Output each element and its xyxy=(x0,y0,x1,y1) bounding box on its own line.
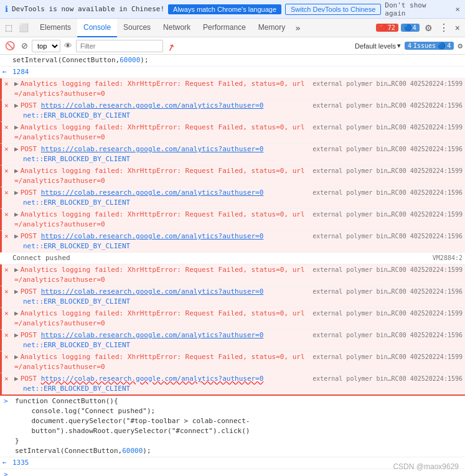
console-error-line: ✕ ▶POST https://colab.research.google.co… xyxy=(0,100,465,122)
issues-count: 4 xyxy=(408,42,411,49)
console-error-line: ✕ ▶Analytics logging failed: XhrHttpErro… xyxy=(0,308,465,330)
line-text: ▶POST https://colab.research.google.com/… xyxy=(14,374,308,394)
tab-network[interactable]: Network xyxy=(157,19,197,37)
tab-sources[interactable]: Sources xyxy=(117,19,157,37)
switch-devtools-button[interactable]: Switch DevTools to Chinese xyxy=(285,4,381,15)
error-count: 72 xyxy=(388,24,395,31)
chevron-down-icon: ▾ xyxy=(397,42,401,50)
filter-input[interactable] xyxy=(76,40,163,52)
line-text: ▶Analytics logging failed: XhrHttpError:… xyxy=(14,166,308,186)
console-error-line: ✕ ▶Analytics logging failed: XhrHttpErro… xyxy=(0,122,465,144)
console-error-line: ✕ ▶POST https://colab.research.google.co… xyxy=(0,373,465,396)
more-options-button[interactable]: ⋮ xyxy=(438,21,450,35)
tab-memory[interactable]: Memory xyxy=(252,19,291,37)
console-line: ← 1284 xyxy=(0,67,465,78)
prompt-icon: > xyxy=(4,396,8,406)
line-text: ▶POST https://colab.research.google.com/… xyxy=(14,287,308,307)
info-text: DevTools is now available in Chinese! xyxy=(12,5,164,13)
line-text: ▶POST https://colab.research.google.com/… xyxy=(14,144,308,164)
eye-button[interactable]: 👁 xyxy=(62,40,75,52)
context-selector[interactable]: top xyxy=(32,40,60,52)
close-infobar-button[interactable]: × xyxy=(455,4,460,14)
console-error-line: ✕ ▶POST https://colab.research.google.co… xyxy=(0,330,465,352)
error-icon: ✕ xyxy=(4,210,9,220)
line-text: setInterval(ConnectButton,60000); xyxy=(12,55,463,65)
console-error-line: ✕ ▶POST https://colab.research.google.co… xyxy=(0,286,465,308)
tab-performance[interactable]: Performance xyxy=(197,19,252,37)
warning-count: 4 xyxy=(413,24,416,31)
arrow-indicator: ↗ xyxy=(164,37,177,54)
line-source: VM2884:2 xyxy=(428,253,463,263)
prompt-icon: > xyxy=(4,470,8,476)
console-settings-button[interactable]: ⚙ xyxy=(458,41,463,50)
line-source: external polymer bin…RC00 402520224:1599 xyxy=(308,309,463,319)
line-source: external polymer bin…RC00 402520224:1596 xyxy=(308,374,463,384)
warning-count-badge: 🔵 4 xyxy=(401,24,420,32)
line-text: 1284 xyxy=(12,67,463,77)
console-toolbar: 🚫 ⊘ top 👁 ↗ Default levels ▾ 4 Issues 🔵 … xyxy=(0,37,465,55)
clear-console-button[interactable]: 🚫 xyxy=(2,40,17,52)
tab-elements[interactable]: Elements xyxy=(34,19,77,37)
line-text: ▶Analytics logging failed: XhrHttpError:… xyxy=(14,210,308,230)
line-text: ▶POST https://colab.research.google.com/… xyxy=(14,330,308,350)
function-code: function ConnectButton(){ console.log("C… xyxy=(15,397,250,455)
watermark: CSDN @maox9629 xyxy=(393,462,459,471)
tab-more-button[interactable]: » xyxy=(291,21,304,35)
line-source: external polymer bin…RC00 402520224:1599 xyxy=(308,79,463,89)
line-text: ▶Analytics logging failed: XhrHttpError:… xyxy=(14,265,308,285)
error-icon: 🔴 xyxy=(379,24,387,31)
issues-icon: 🔵 xyxy=(438,42,445,49)
match-language-button[interactable]: Always match Chrome's language xyxy=(168,4,281,14)
error-icon: ✕ xyxy=(4,144,9,154)
line-text: ▶Analytics logging failed: XhrHttpError:… xyxy=(14,79,308,99)
settings-gear-button[interactable]: ⚙ xyxy=(422,22,435,34)
line-source: external polymer bin…RC00 402520224:1599 xyxy=(308,123,463,133)
tab-bar: ⬚ ⬜ Elements Console Sources Network Per… xyxy=(0,19,465,37)
return-arrow: ← xyxy=(2,67,7,77)
error-icon: ✕ xyxy=(4,287,9,297)
warning-icon: 🔵 xyxy=(404,24,411,31)
error-icon: ✕ xyxy=(4,101,9,111)
console-error-line: ✕ ▶POST https://colab.research.google.co… xyxy=(0,231,465,253)
error-icon: ✕ xyxy=(4,123,9,133)
console-error-line: ✕ ▶Analytics logging failed: XhrHttpErro… xyxy=(0,264,465,286)
console-filter-button[interactable]: ⊘ xyxy=(19,40,31,52)
line-source: external polymer bin…RC00 402520224:1596 xyxy=(308,101,463,111)
console-error-line: ✕ ▶Analytics logging failed: XhrHttpErro… xyxy=(0,352,465,373)
line-text: Connect pushed xyxy=(12,253,428,263)
line-source: external polymer bin…RC00 402520224:1596 xyxy=(308,188,463,198)
error-count-badge: 🔴 72 xyxy=(376,24,398,32)
line-text: ▶POST https://colab.research.google.com/… xyxy=(14,188,308,208)
error-icon: ✕ xyxy=(4,374,9,384)
error-icon: ✕ xyxy=(4,231,9,241)
error-icon: ✕ xyxy=(4,166,9,176)
tab-console[interactable]: Console xyxy=(77,19,117,37)
error-icon: ✕ xyxy=(4,79,9,89)
issues-count2: 4 xyxy=(447,42,451,49)
inspect-element-button[interactable]: ⬚ xyxy=(2,22,15,34)
close-devtools-button[interactable]: × xyxy=(453,22,463,34)
console-error-line: ✕ ▶POST https://colab.research.google.co… xyxy=(0,187,465,209)
line-text: ▶Analytics logging failed: XhrHttpError:… xyxy=(14,352,308,372)
line-source: external polymer bin…RC00 402520224:1596 xyxy=(308,231,463,241)
line-source: external polymer bin…RC00 402520224:1599 xyxy=(308,210,463,220)
default-levels-button[interactable]: Default levels ▾ xyxy=(355,42,401,50)
console-output[interactable]: setInterval(ConnectButton,60000); ← 1284… xyxy=(0,55,465,476)
line-text: ▶POST https://colab.research.google.com/… xyxy=(14,101,308,121)
console-error-line: ✕ ▶POST https://colab.research.google.co… xyxy=(0,144,465,166)
console-function-line: > function ConnectButton(){ console.log(… xyxy=(0,396,465,457)
device-toggle-button[interactable]: ⬜ xyxy=(16,22,31,34)
issues-badge: 4 Issues 🔵 4 xyxy=(405,42,454,50)
line-text: ▶Analytics logging failed: XhrHttpError:… xyxy=(14,123,308,142)
console-info-line: Connect pushed VM2884:2 xyxy=(0,253,465,264)
console-line: setInterval(ConnectButton,60000); xyxy=(0,55,465,67)
line-source: external polymer bin…RC00 402520224:1596 xyxy=(308,330,463,340)
line-source: external polymer bin…RC00 402520224:1596 xyxy=(308,144,463,154)
error-icon: ✕ xyxy=(4,330,9,340)
dont-show-again[interactable]: Don't show again xyxy=(385,1,449,17)
info-bar: ℹ DevTools is now available in Chinese! … xyxy=(0,0,465,19)
error-icon: ✕ xyxy=(4,309,9,319)
line-source: external polymer bin…RC00 402520224:1599 xyxy=(308,352,463,362)
line-text: ▶Analytics logging failed: XhrHttpError:… xyxy=(14,309,308,329)
error-icon: ✕ xyxy=(4,265,9,275)
